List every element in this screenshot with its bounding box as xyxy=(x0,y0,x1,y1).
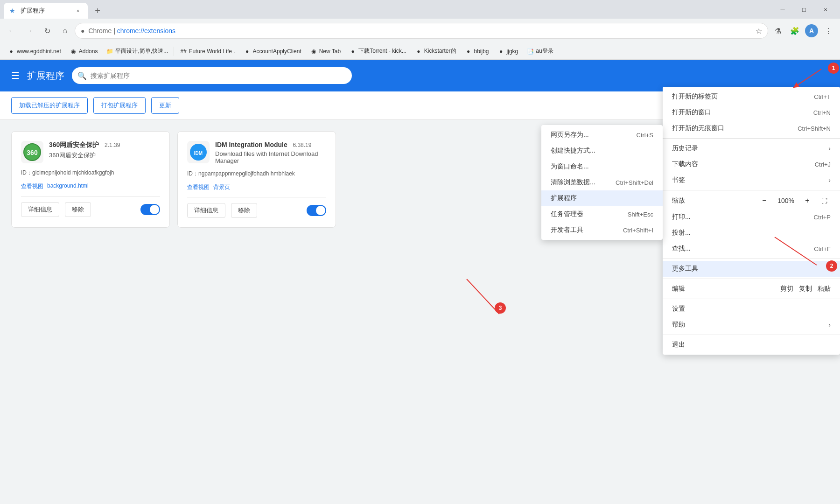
ext-link-bg-360[interactable]: background.html xyxy=(47,182,89,190)
menu-more-tools[interactable]: 更多工具 › xyxy=(663,261,840,277)
submenu-extensions[interactable]: 扩展程序 xyxy=(541,190,663,206)
load-extension-button[interactable]: 加载已解压的扩展程序 xyxy=(11,97,88,114)
ext-card-name-idm: IDM Integration Module 6.38.19 xyxy=(215,141,326,148)
bookmark-au[interactable]: 📑 au登录 xyxy=(523,45,557,57)
menu-help[interactable]: 帮助 › xyxy=(663,317,840,333)
details-button-360[interactable]: 详细信息 xyxy=(21,202,59,217)
back-button[interactable]: ← xyxy=(4,23,20,39)
bookmark-jjgkg[interactable]: ● jjgkg xyxy=(494,46,522,57)
menu-new-tab[interactable]: 打开新的标签页 Ctrl+T xyxy=(663,89,840,105)
bookmark-favicon-accountapply: ● xyxy=(244,48,251,55)
bookmark-folder[interactable]: 📁 平面设计,简单,快速... xyxy=(102,45,172,57)
bookmark-accountapply[interactable]: ● AccountApplyClient xyxy=(240,46,305,57)
ext-link-bg-idm[interactable]: 背景页 xyxy=(213,183,230,191)
bookmark-addons[interactable]: ◉ Addons xyxy=(66,46,102,57)
ext-link-view-idm[interactable]: 查看视图 xyxy=(187,183,210,191)
toggle-idm[interactable] xyxy=(307,205,326,216)
bookmark-egddhint[interactable]: ● www.egddhint.net xyxy=(4,46,65,57)
bookmark-label-futureworld: Future World Life . xyxy=(189,48,235,55)
submenu-save-page-shortcut: Ctrl+S xyxy=(637,132,653,139)
search-input[interactable] xyxy=(72,67,352,84)
menu-help-label: 帮助 xyxy=(672,321,685,329)
menu-cast[interactable]: 投射... xyxy=(663,225,840,241)
remove-button-360[interactable]: 移除 xyxy=(65,202,91,217)
menu-new-window-label: 打开新的窗口 xyxy=(672,108,711,117)
bookmark-favicon-kickstarter: ● xyxy=(415,48,422,55)
tab-close-button[interactable]: × xyxy=(74,7,82,15)
browser-window: ★ 扩展程序 × + ─ □ × ← → ↻ ⌂ ● Chrome | chro… xyxy=(0,0,840,504)
bookmark-newtab[interactable]: ◉ New Tab xyxy=(306,46,344,57)
menu-history[interactable]: 历史记录 › xyxy=(663,140,840,156)
menu-downloads-label: 下载内容 xyxy=(672,160,698,168)
home-button[interactable]: ⌂ xyxy=(57,23,73,39)
maximize-button[interactable]: □ xyxy=(793,2,815,17)
zoom-in-button[interactable]: + xyxy=(801,194,814,207)
bookmark-favicon-addons: ◉ xyxy=(70,48,77,55)
search-wrap: 🔍 xyxy=(72,67,352,84)
menu-settings-label: 设置 xyxy=(672,305,685,313)
bookmark-futureworld[interactable]: ## Future World Life . xyxy=(176,46,238,57)
remove-button-idm[interactable]: 移除 xyxy=(231,203,257,218)
submenu-rename-window-label: 为窗口命名... xyxy=(551,162,589,171)
menu-sep-1 xyxy=(663,138,840,139)
ext-name-text-360: 360网盾安全保护 xyxy=(49,141,99,148)
menu-sep-2 xyxy=(663,190,840,190)
bookmark-torrent[interactable]: ● 下载Torrent - kick... xyxy=(345,45,410,57)
update-button[interactable]: 更新 xyxy=(151,97,179,114)
menu-incognito[interactable]: 打开新的无痕窗口 Ctrl+Shift+N xyxy=(663,120,840,136)
forward-button[interactable]: → xyxy=(21,23,37,39)
pack-extension-button[interactable]: 打包扩展程序 xyxy=(93,97,146,114)
menu-print[interactable]: 打印... Ctrl+P xyxy=(663,209,840,225)
details-button-idm[interactable]: 详细信息 xyxy=(187,203,225,218)
menu-new-window[interactable]: 打开新的窗口 Ctrl+N xyxy=(663,105,840,120)
extensions-icon[interactable]: 🧩 xyxy=(787,23,803,39)
svg-text:360: 360 xyxy=(27,149,38,156)
bookmark-kickstarter[interactable]: ● Kickstarter的 xyxy=(411,45,460,57)
edit-actions: 剪切 复制 粘贴 xyxy=(780,285,831,293)
bookmark-favicon-folder: 📁 xyxy=(106,48,113,55)
menu-cut-button[interactable]: 剪切 xyxy=(780,285,793,293)
menu-history-label: 历史记录 xyxy=(672,144,698,153)
close-button[interactable]: × xyxy=(815,2,836,17)
search-icon: 🔍 xyxy=(77,71,87,80)
menu-copy-button[interactable]: 复制 xyxy=(799,285,812,293)
menu-button[interactable]: ⋮ xyxy=(820,23,836,39)
zoom-out-button[interactable]: − xyxy=(758,194,771,207)
menu-exit[interactable]: 退出 xyxy=(663,337,840,353)
menu-incognito-label: 打开新的无痕窗口 xyxy=(672,124,724,133)
address-bar[interactable]: ● Chrome | chrome://extensions ☆ xyxy=(75,23,768,39)
submenu-clear-data[interactable]: 清除浏览数据... Ctrl+Shift+Del xyxy=(541,175,663,190)
menu-settings[interactable]: 设置 xyxy=(663,301,840,317)
submenu-devtools[interactable]: 开发者工具 Ctrl+Shift+I xyxy=(541,222,663,238)
bookmark-favicon-torrent: ● xyxy=(349,48,357,55)
ext-version-360: 2.1.39 xyxy=(105,142,120,148)
submenu-rename-window[interactable]: 为窗口命名... xyxy=(541,159,663,175)
chromelab-icon[interactable]: ⚗ xyxy=(770,23,786,39)
menu-downloads[interactable]: 下载内容 Ctrl+J xyxy=(663,156,840,172)
ext-link-view-360[interactable]: 查看视图 xyxy=(21,182,43,190)
navigation-bar: ← → ↻ ⌂ ● Chrome | chrome://extensions ☆… xyxy=(0,19,840,43)
new-tab-button[interactable]: + xyxy=(90,3,105,19)
ext-id-idm: ID：ngpampappnmepgilojfohadh hmbhlaek xyxy=(187,170,326,178)
menu-sep-5 xyxy=(663,299,840,299)
submenu-task-manager-label: 任务管理器 xyxy=(551,210,583,218)
submenu-task-manager[interactable]: 任务管理器 Shift+Esc xyxy=(541,206,663,222)
active-tab[interactable]: ★ 扩展程序 × xyxy=(4,3,88,19)
extensions-menu-icon[interactable]: ☰ xyxy=(11,70,20,81)
bookmark-star-icon[interactable]: ☆ xyxy=(756,27,762,35)
menu-find[interactable]: 查找... Ctrl+F xyxy=(663,241,840,257)
menu-bookmarks[interactable]: 书签 › xyxy=(663,172,840,188)
zoom-fullscreen-button[interactable]: ⛶ xyxy=(818,194,831,207)
reload-button[interactable]: ↻ xyxy=(39,23,55,39)
ext-card-info-idm: IDM Integration Module 6.38.19 Download … xyxy=(215,141,326,164)
minimize-button[interactable]: ─ xyxy=(772,2,793,17)
bookmark-bbijbg[interactable]: ● bbijbg xyxy=(461,46,493,57)
profile-icon-btn[interactable]: A xyxy=(804,23,819,39)
extension-card-idm: IDM IDM Integration Module 6.38.19 Downl… xyxy=(177,131,336,228)
submenu-save-page[interactable]: 网页另存为... Ctrl+S xyxy=(541,127,663,143)
menu-paste-button[interactable]: 粘贴 xyxy=(818,285,831,293)
ext-desc-idm: Download files with Internet Download Ma… xyxy=(215,150,326,164)
toggle-360[interactable] xyxy=(140,204,160,215)
submenu-devtools-label: 开发者工具 xyxy=(551,226,583,234)
url-chrome-label: Chrome xyxy=(88,27,112,35)
